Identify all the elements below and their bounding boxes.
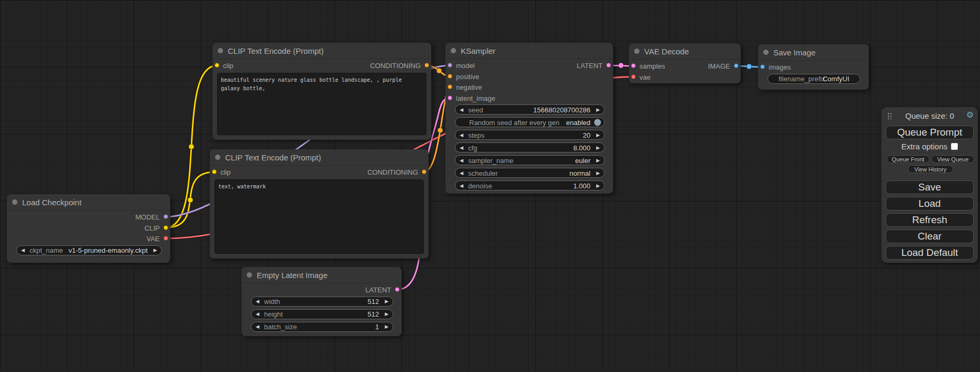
ksampler-widget-scheduler[interactable]: ◀scheduler normal▶ (455, 168, 605, 178)
node-empty-latent-image[interactable]: Empty Latent ImageLATENT◀width 512▶◀heig… (241, 267, 402, 336)
decrement-arrow-icon[interactable]: ◀ (256, 325, 259, 329)
vae-decode-input-samples-port[interactable] (631, 63, 636, 68)
slot-row: modelLATENT (445, 60, 613, 71)
input-label: latent_image (456, 94, 495, 102)
empty-latent-image-widget-height[interactable]: ◀height 512▶ (251, 309, 393, 319)
widget-value: 156680208700286 (533, 106, 590, 113)
collapse-dot-icon[interactable] (247, 272, 252, 278)
node-title: Load Checkpoint (22, 198, 82, 207)
ksampler-input-model-port[interactable] (448, 63, 452, 68)
node-vae-decode[interactable]: VAE DecodesamplesIMAGEvae (629, 43, 741, 83)
node-header[interactable]: KSampler (445, 43, 613, 59)
view-queue-button[interactable]: View Queue (932, 155, 974, 163)
decrement-arrow-icon[interactable]: ◀ (460, 107, 463, 112)
input-label: model (456, 62, 474, 70)
slot-row: clipCONDITIONING (210, 167, 429, 177)
save-image-widget-filename_prefix[interactable]: filename_prefix ComfyUI (768, 74, 860, 84)
empty-latent-image-widget-batch_size[interactable]: ◀batch_size 1▶ (251, 322, 393, 332)
decrement-arrow-icon[interactable]: ◀ (256, 312, 259, 317)
collapse-dot-icon[interactable] (763, 50, 769, 55)
increment-arrow-icon[interactable]: ▶ (596, 170, 600, 175)
node-header[interactable]: CLIP Text Encode (Prompt) (212, 43, 431, 59)
empty-latent-image-widget-width[interactable]: ◀width 512▶ (251, 297, 393, 307)
decrement-arrow-icon[interactable]: ◀ (460, 145, 463, 150)
increment-arrow-icon[interactable]: ▶ (596, 132, 600, 137)
clip-text-encode-negative-input-clip-port[interactable] (212, 169, 217, 174)
node-ksampler[interactable]: KSamplermodelLATENTpositivenegativelaten… (445, 43, 613, 194)
collapse-dot-icon[interactable] (215, 155, 220, 160)
load-default-button[interactable]: Load Default (886, 246, 974, 260)
slot-row: samplesIMAGE (629, 61, 741, 71)
increment-arrow-icon[interactable]: ▶ (596, 145, 600, 150)
input-label: images (769, 63, 791, 71)
increment-arrow-icon[interactable]: ▶ (385, 325, 389, 329)
decrement-arrow-icon[interactable]: ◀ (460, 183, 463, 188)
save-image-input-images-port[interactable] (760, 64, 765, 69)
increment-arrow-icon[interactable]: ▶ (385, 299, 389, 304)
ksampler-widget-steps[interactable]: ◀steps 20▶ (455, 130, 605, 140)
clip-text-encode-negative-prompt-textarea[interactable] (215, 179, 424, 254)
ksampler-widget-denoise[interactable]: ◀denoise 1.000▶ (455, 180, 605, 190)
ksampler-input-negative-port[interactable] (448, 84, 452, 89)
load-checkpoint-output-CLIP-port[interactable] (163, 225, 168, 230)
clear-button[interactable]: Clear (886, 230, 974, 243)
widget-label: filename_prefix (779, 75, 825, 83)
clip-text-encode-positive-output-CONDITIONING-port[interactable] (424, 63, 429, 68)
node-header[interactable]: VAE Decode (629, 43, 741, 60)
toggle-circle-icon[interactable] (594, 119, 601, 126)
decrement-arrow-icon[interactable]: ◀ (460, 132, 463, 137)
increment-arrow-icon[interactable]: ▶ (596, 158, 600, 163)
node-clip-text-encode-positive[interactable]: CLIP Text Encode (Prompt)clipCONDITIONIN… (212, 43, 431, 140)
load-checkpoint-widget-ckpt_name[interactable]: ◀ckpt_name v1-5-pruned-emaonly.ckpt▶ (16, 245, 162, 255)
node-clip-text-encode-negative[interactable]: CLIP Text Encode (Prompt)clipCONDITIONIN… (210, 149, 429, 259)
increment-arrow-icon[interactable]: ▶ (596, 183, 600, 188)
ksampler-widget-cfg[interactable]: ◀cfg 8.000▶ (455, 142, 605, 152)
gear-icon[interactable]: ⚙ (966, 110, 974, 120)
decrement-arrow-icon[interactable]: ◀ (256, 299, 259, 304)
queue-front-button[interactable]: Queue Front (887, 155, 929, 163)
ksampler-widget-seed[interactable]: ◀seed 156680208700286▶ (455, 104, 605, 115)
increment-arrow-icon[interactable]: ▶ (596, 107, 600, 112)
decrement-arrow-icon[interactable]: ◀ (21, 248, 25, 253)
link-image-to-images-midpoint-dot (746, 64, 752, 69)
decrement-arrow-icon[interactable]: ◀ (460, 170, 463, 175)
empty-latent-image-output-LATENT-port[interactable] (395, 287, 400, 292)
node-header[interactable]: CLIP Text Encode (Prompt) (210, 149, 429, 166)
clip-text-encode-positive-input-clip-port[interactable] (215, 63, 219, 68)
load-button[interactable]: Load (886, 197, 974, 211)
ksampler-input-latent_image-port[interactable] (448, 96, 452, 100)
vae-decode-input-vae-port[interactable] (631, 74, 636, 79)
link-clip-to-positive-prompt-midpoint-dot (189, 144, 194, 149)
ksampler-widget-sampler_name[interactable]: ◀sampler_name euler▶ (455, 155, 605, 165)
input-label: vae (639, 73, 651, 81)
load-checkpoint-output-VAE-port[interactable] (163, 236, 168, 241)
node-header[interactable]: Save Image (758, 44, 869, 61)
view-history-button[interactable]: View History (908, 165, 953, 173)
output-label: LATENT (365, 286, 391, 294)
ksampler-input-positive-port[interactable] (448, 74, 452, 79)
refresh-button[interactable]: Refresh (886, 213, 974, 227)
clip-text-encode-negative-output-CONDITIONING-port[interactable] (422, 169, 426, 174)
ksampler-widget-random-seed-after-every-gen[interactable]: Random seed after every gen enabled (455, 117, 605, 127)
decrement-arrow-icon[interactable]: ◀ (460, 158, 463, 163)
node-save-image[interactable]: Save Imageimagesfilename_prefix ComfyUI (758, 44, 869, 90)
node-load-checkpoint[interactable]: Load CheckpointMODELCLIPVAE◀ckpt_name v1… (7, 194, 170, 263)
collapse-dot-icon[interactable] (12, 199, 17, 205)
ksampler-output-LATENT-port[interactable] (606, 63, 611, 68)
queue-prompt-button[interactable]: Queue Prompt (886, 126, 974, 139)
collapse-dot-icon[interactable] (218, 48, 223, 53)
load-checkpoint-output-MODEL-port[interactable] (163, 214, 168, 219)
link-cond-to-negative-midpoint-dot (438, 128, 443, 133)
save-button[interactable]: Save (886, 180, 974, 194)
clip-text-encode-positive-prompt-textarea[interactable] (217, 73, 426, 135)
collapse-dot-icon[interactable] (634, 49, 639, 54)
increment-arrow-icon[interactable]: ▶ (153, 248, 157, 253)
node-graph-canvas[interactable]: Load CheckpointMODELCLIPVAE◀ckpt_name v1… (0, 0, 980, 372)
extra-options-checkbox[interactable] (951, 143, 958, 150)
collapse-dot-icon[interactable] (451, 48, 456, 53)
vae-decode-output-IMAGE-port[interactable] (734, 63, 739, 68)
widget-label: batch_size (264, 323, 297, 331)
node-header[interactable]: Load Checkpoint (7, 194, 170, 211)
increment-arrow-icon[interactable]: ▶ (385, 312, 389, 317)
node-header[interactable]: Empty Latent Image (241, 267, 402, 283)
